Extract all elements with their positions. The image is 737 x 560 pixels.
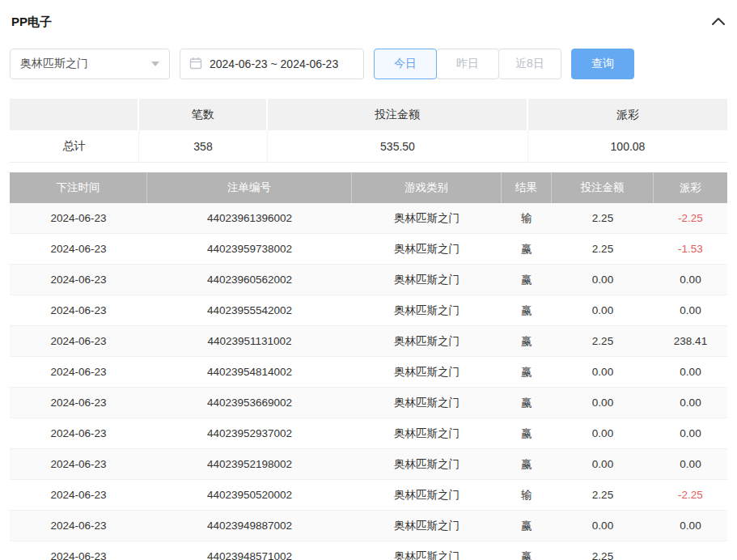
summary-header-bet-amount: 投注金额 — [268, 99, 528, 130]
table-row: 2024-06-23 44023952198002 奥林匹斯之门 赢 0.00 … — [10, 449, 727, 480]
cell-bet-amount: 2.25 — [552, 326, 654, 357]
table-row: 2024-06-23 44023948571002 奥林匹斯之门 赢 2.25 — [10, 541, 727, 560]
summary-header-row: 笔数 投注金额 派彩 — [10, 99, 727, 130]
cell-bet-amount: 2.25 — [552, 541, 654, 560]
col-header-bet-number: 注单编号 — [147, 172, 352, 203]
cell-bet-amount: 0.00 — [552, 388, 654, 418]
cell-bet-number: 44023954814002 — [147, 357, 352, 388]
cell-game-category: 奥林匹斯之门 — [352, 418, 502, 449]
cell-result: 赢 — [502, 265, 552, 295]
cell-result: 赢 — [502, 511, 552, 541]
cell-game-category: 奥林匹斯之门 — [352, 203, 502, 234]
summary-total-row: 总计 358 535.50 100.08 — [10, 130, 727, 163]
cell-payout: 0.00 — [654, 511, 727, 541]
cell-game-category: 奥林匹斯之门 — [352, 511, 502, 541]
last-8-days-button[interactable]: 近8日 — [498, 49, 561, 79]
cell-payout: -2.25 — [654, 203, 727, 234]
cell-payout: -1.53 — [654, 234, 727, 265]
cell-result: 赢 — [502, 388, 552, 418]
yesterday-button[interactable]: 昨日 — [436, 49, 499, 79]
cell-payout: -2.25 — [654, 480, 727, 511]
cell-bet-amount: 0.00 — [552, 449, 654, 480]
cell-bet-time: 2024-06-23 — [10, 234, 147, 265]
query-button[interactable]: 查询 — [571, 49, 634, 79]
cell-payout: 0.00 — [654, 357, 727, 388]
cell-bet-number: 44023955542002 — [147, 295, 352, 326]
cell-payout: 0.00 — [654, 449, 727, 480]
summary-total-payout: 100.08 — [528, 130, 727, 163]
table-row: 2024-06-23 44023949887002 奥林匹斯之门 赢 0.00 … — [10, 511, 727, 541]
cell-game-category: 奥林匹斯之门 — [352, 541, 502, 560]
cell-payout: 0.00 — [654, 388, 727, 418]
cell-payout: 0.00 — [654, 295, 727, 326]
summary-header-empty — [10, 99, 139, 130]
collapse-panel-button[interactable] — [711, 15, 726, 29]
cell-result: 赢 — [502, 295, 552, 326]
game-select-value: 奥林匹斯之门 — [20, 57, 88, 71]
cell-result: 赢 — [502, 357, 552, 388]
cell-bet-number: 44023959738002 — [147, 234, 352, 265]
cell-game-category: 奥林匹斯之门 — [352, 295, 502, 326]
cell-game-category: 奥林匹斯之门 — [352, 388, 502, 418]
calendar-icon — [189, 57, 202, 72]
cell-bet-amount: 0.00 — [552, 295, 654, 326]
summary-total-label: 总计 — [10, 130, 139, 163]
cell-game-category: 奥林匹斯之门 — [352, 234, 502, 265]
cell-bet-amount: 0.00 — [552, 418, 654, 449]
cell-bet-number: 44023948571002 — [147, 541, 352, 560]
cell-game-category: 奥林匹斯之门 — [352, 449, 502, 480]
cell-payout: 238.41 — [654, 326, 727, 357]
table-row: 2024-06-23 44023950520002 奥林匹斯之门 输 2.25 … — [10, 480, 727, 511]
summary-total-count: 358 — [139, 130, 268, 163]
cell-bet-time: 2024-06-23 — [10, 388, 147, 418]
panel-title: PP电子 — [11, 15, 52, 30]
cell-bet-amount: 2.25 — [552, 234, 654, 265]
cell-result: 赢 — [502, 326, 552, 357]
cell-result: 赢 — [502, 418, 552, 449]
bet-table-header: 下注时间 注单编号 游戏类别 结果 投注金额 派彩 — [10, 172, 727, 203]
bet-records-table: 下注时间 注单编号 游戏类别 结果 投注金额 派彩 2024-06-23 440… — [10, 172, 727, 560]
cell-bet-time: 2024-06-23 — [10, 326, 147, 357]
summary-total-bet-amount: 535.50 — [268, 130, 528, 163]
cell-game-category: 奥林匹斯之门 — [352, 480, 502, 511]
cell-bet-number: 44023953669002 — [147, 388, 352, 418]
cell-result: 赢 — [502, 449, 552, 480]
cell-bet-time: 2024-06-23 — [10, 418, 147, 449]
summary-header-payout: 派彩 — [528, 99, 727, 130]
cell-payout — [654, 541, 727, 560]
cell-game-category: 奥林匹斯之门 — [352, 326, 502, 357]
cell-result: 输 — [502, 480, 552, 511]
filter-bar: 奥林匹斯之门 2024-06-23 ~ 2024-06-23 今日 昨日 近8日… — [10, 49, 727, 79]
table-row: 2024-06-23 44023952937002 奥林匹斯之门 赢 0.00 … — [10, 418, 727, 449]
cell-game-category: 奥林匹斯之门 — [352, 357, 502, 388]
table-row: 2024-06-23 44023961396002 奥林匹斯之门 输 2.25 … — [10, 203, 727, 234]
cell-payout: 0.00 — [654, 265, 727, 295]
bet-table-body: 2024-06-23 44023961396002 奥林匹斯之门 输 2.25 … — [10, 203, 727, 560]
cell-bet-time: 2024-06-23 — [10, 541, 147, 560]
cell-bet-number: 44023961396002 — [147, 203, 352, 234]
cell-bet-time: 2024-06-23 — [10, 265, 147, 295]
table-row: 2024-06-23 44023954814002 奥林匹斯之门 赢 0.00 … — [10, 357, 727, 388]
col-header-bet-amount: 投注金额 — [552, 172, 654, 203]
col-header-bet-time: 下注时间 — [10, 172, 147, 203]
cell-bet-number: 44023960562002 — [147, 265, 352, 295]
table-row: 2024-06-23 44023955542002 奥林匹斯之门 赢 0.00 … — [10, 295, 727, 326]
cell-result: 赢 — [502, 234, 552, 265]
cell-result: 赢 — [502, 541, 552, 560]
table-row: 2024-06-23 44023951131002 奥林匹斯之门 赢 2.25 … — [10, 326, 727, 357]
date-range-input[interactable]: 2024-06-23 ~ 2024-06-23 — [180, 49, 364, 79]
game-select[interactable]: 奥林匹斯之门 — [10, 49, 170, 79]
cell-payout: 0.00 — [654, 418, 727, 449]
cell-game-category: 奥林匹斯之门 — [352, 265, 502, 295]
col-header-result: 结果 — [502, 172, 552, 203]
date-range-value: 2024-06-23 ~ 2024-06-23 — [210, 57, 338, 70]
table-row: 2024-06-23 44023960562002 奥林匹斯之门 赢 0.00 … — [10, 265, 727, 295]
cell-bet-amount: 2.25 — [552, 480, 654, 511]
cell-result: 输 — [502, 203, 552, 234]
cell-bet-time: 2024-06-23 — [10, 480, 147, 511]
chevron-up-icon — [711, 15, 726, 29]
cell-bet-amount: 0.00 — [552, 265, 654, 295]
cell-bet-time: 2024-06-23 — [10, 511, 147, 541]
today-button[interactable]: 今日 — [374, 49, 437, 79]
cell-bet-time: 2024-06-23 — [10, 449, 147, 480]
